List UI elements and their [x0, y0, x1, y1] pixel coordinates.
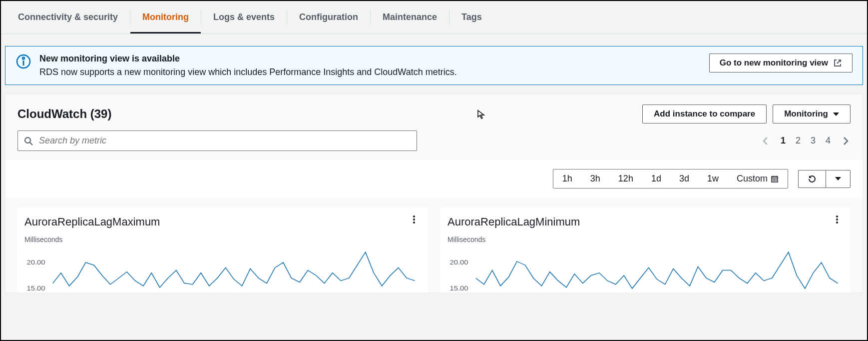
monitoring-dropdown-button[interactable]: Monitoring — [773, 104, 851, 124]
chart-title: AuroraReplicaLagMinimum — [447, 216, 844, 228]
svg-text:20.00: 20.00 — [27, 258, 45, 266]
time-range-3d[interactable]: 3d — [670, 170, 698, 188]
time-range-1h[interactable]: 1h — [553, 170, 581, 188]
info-banner: New monitoring view is available RDS now… — [5, 46, 863, 85]
cloudwatch-panel: CloudWatch (39) Add instance to compare … — [5, 94, 863, 293]
svg-line-2 — [837, 60, 841, 64]
tab-configuration[interactable]: Configuration — [287, 1, 370, 34]
search-container — [17, 130, 417, 151]
pagination-prev[interactable] — [761, 136, 771, 146]
tab-monitoring[interactable]: Monitoring — [130, 1, 201, 34]
caret-down-icon — [833, 112, 839, 116]
panel-title: CloudWatch (39) — [17, 107, 111, 121]
time-range-1w[interactable]: 1w — [698, 170, 728, 188]
caret-down-icon — [835, 177, 841, 180]
time-range-custom-label: Custom — [737, 174, 768, 184]
refresh-icon — [808, 174, 817, 184]
chart-unit: Milliseconds — [447, 236, 844, 244]
time-range-12h[interactable]: 12h — [609, 170, 642, 188]
tab-logs-events[interactable]: Logs & events — [201, 1, 287, 34]
tab-maintenance[interactable]: Maintenance — [371, 1, 449, 34]
chart-menu-button[interactable] — [410, 216, 419, 224]
search-input[interactable] — [38, 135, 411, 146]
external-link-icon — [833, 58, 842, 68]
svg-text:15.00: 15.00 — [27, 284, 45, 292]
svg-text:20.00: 20.00 — [450, 258, 468, 266]
svg-text:15.00: 15.00 — [450, 284, 468, 292]
tabs-bar: Connectivity & security Monitoring Logs … — [1, 1, 867, 34]
pagination: 1 2 3 4 — [761, 136, 851, 146]
chart-menu-button[interactable] — [833, 216, 842, 224]
tab-tags[interactable]: Tags — [449, 1, 494, 34]
time-range-custom[interactable]: Custom — [728, 170, 788, 188]
chart-plot-area: 20.0015.00 — [447, 248, 844, 292]
chart-title: AuroraReplicaLagMaximum — [24, 216, 421, 228]
calendar-icon — [771, 175, 779, 183]
pagination-page-3[interactable]: 3 — [811, 136, 816, 146]
time-range-3h[interactable]: 3h — [581, 170, 609, 188]
info-icon — [15, 54, 31, 70]
time-range-selector: 1h 3h 12h 1d 3d 1w Custom — [553, 169, 788, 188]
svg-point-3 — [25, 138, 30, 143]
chart-plot-area: 20.0015.00 — [24, 248, 421, 292]
pagination-next[interactable] — [841, 136, 851, 146]
pagination-page-1[interactable]: 1 — [781, 136, 786, 146]
go-to-new-view-button[interactable]: Go to new monitoring view — [709, 54, 853, 72]
pagination-page-4[interactable]: 4 — [826, 136, 831, 146]
chart-card-aurora-replica-lag-maximum: AuroraReplicaLagMaximum Milliseconds 20.… — [17, 208, 428, 292]
add-instance-to-compare-button[interactable]: Add instance to compare — [642, 104, 767, 124]
banner-text: RDS now supports a new monitoring view w… — [39, 67, 701, 78]
refresh-options-button[interactable] — [826, 170, 851, 188]
banner-button-label: Go to new monitoring view — [720, 58, 828, 68]
banner-title: New monitoring view is available — [39, 54, 701, 64]
time-range-1d[interactable]: 1d — [642, 170, 670, 188]
refresh-button[interactable] — [798, 170, 826, 188]
chart-card-aurora-replica-lag-minimum: AuroraReplicaLagMinimum Milliseconds 20.… — [440, 208, 851, 292]
chart-unit: Milliseconds — [24, 236, 421, 244]
tab-connectivity-security[interactable]: Connectivity & security — [6, 1, 130, 34]
pagination-page-2[interactable]: 2 — [796, 136, 801, 146]
add-instance-label: Add instance to compare — [654, 109, 755, 119]
charts-row: AuroraReplicaLagMaximum Milliseconds 20.… — [5, 198, 863, 292]
svg-line-4 — [30, 142, 32, 145]
svg-point-1 — [22, 58, 24, 60]
search-icon — [24, 136, 33, 146]
monitoring-dropdown-label: Monitoring — [784, 109, 828, 119]
